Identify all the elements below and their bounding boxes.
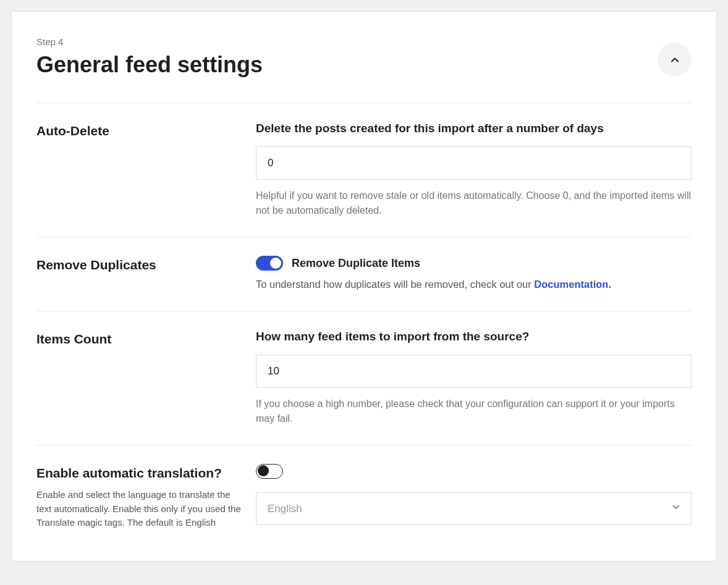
section-label-auto-delete: Auto-Delete	[36, 122, 243, 140]
section-label-items-count: Items Count	[36, 330, 243, 348]
panel-header: Step 4 General feed settings	[36, 36, 692, 103]
toggle-row-duplicates: Remove Duplicate Items	[256, 256, 692, 271]
toggle-knob	[270, 258, 281, 269]
row-left: Items Count	[36, 330, 256, 426]
chevron-up-icon	[669, 54, 681, 66]
section-label-translation: Enable automatic translation?	[36, 464, 243, 482]
settings-panel: Step 4 General feed settings Auto-Delete…	[11, 11, 717, 562]
row-left: Auto-Delete	[36, 122, 256, 218]
step-label: Step 4	[36, 36, 263, 47]
toggle-knob	[258, 465, 269, 476]
toggle-label-duplicates: Remove Duplicate Items	[292, 257, 420, 270]
row-left: Enable automatic translation? Enable and…	[36, 464, 256, 530]
row-left: Remove Duplicates	[36, 256, 256, 292]
row-right: How many feed items to import from the s…	[256, 330, 692, 426]
row-auto-delete: Auto-Delete Delete the posts created for…	[36, 103, 692, 237]
info-text-duplicates: To understand how duplicates will be rem…	[256, 277, 692, 292]
row-translation: Enable automatic translation? Enable and…	[36, 445, 692, 549]
documentation-link[interactable]: Documentation.	[534, 279, 611, 290]
section-sub-translation: Enable and select the language to transl…	[36, 488, 243, 530]
field-label-items-count: How many feed items to import from the s…	[256, 330, 692, 343]
help-text-auto-delete: Helpful if you want to remove stale or o…	[256, 188, 692, 218]
toggle-row-translation	[256, 464, 692, 479]
collapse-button[interactable]	[658, 43, 692, 77]
panel-title: General feed settings	[36, 52, 263, 78]
language-select[interactable]: English	[256, 492, 692, 525]
remove-duplicates-toggle[interactable]	[256, 256, 283, 271]
row-right: Delete the posts created for this import…	[256, 122, 692, 218]
help-text-items-count: If you choose a high number, please chec…	[256, 397, 692, 426]
row-items-count: Items Count How many feed items to impor…	[36, 311, 692, 445]
items-count-input[interactable]	[256, 355, 692, 388]
field-label-auto-delete: Delete the posts created for this import…	[256, 122, 692, 135]
translation-toggle[interactable]	[256, 464, 283, 479]
auto-delete-input[interactable]	[256, 146, 692, 180]
info-prefix: To understand how duplicates will be rem…	[256, 279, 534, 290]
language-select-wrap: English	[256, 492, 692, 525]
row-right: Remove Duplicate Items To understand how…	[256, 256, 692, 292]
row-right: English	[256, 464, 692, 530]
section-label-remove-duplicates: Remove Duplicates	[36, 256, 243, 274]
row-remove-duplicates: Remove Duplicates Remove Duplicate Items…	[36, 237, 692, 311]
header-titles: Step 4 General feed settings	[36, 36, 263, 78]
